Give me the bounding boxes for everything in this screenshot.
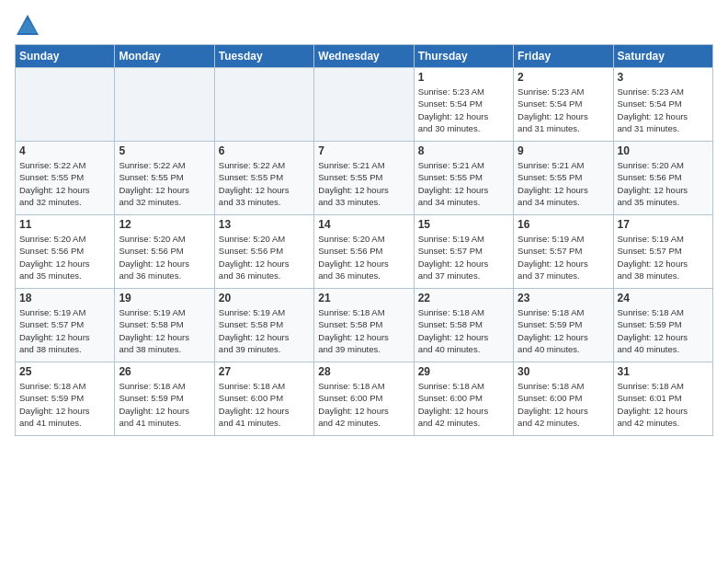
calendar-cell: 12Sunrise: 5:20 AM Sunset: 5:56 PM Dayli… — [115, 215, 214, 289]
day-number: 29 — [418, 365, 509, 378]
day-number: 16 — [518, 218, 609, 231]
calendar-cell: 11Sunrise: 5:20 AM Sunset: 5:56 PM Dayli… — [16, 215, 115, 289]
day-info: Sunrise: 5:22 AM Sunset: 5:55 PM Dayligh… — [19, 159, 110, 208]
day-info: Sunrise: 5:19 AM Sunset: 5:57 PM Dayligh… — [19, 306, 110, 355]
day-info: Sunrise: 5:19 AM Sunset: 5:57 PM Dayligh… — [518, 233, 609, 282]
day-number: 20 — [219, 292, 310, 304]
day-number: 28 — [318, 365, 409, 378]
day-number: 7 — [318, 144, 409, 157]
calendar-cell: 6Sunrise: 5:22 AM Sunset: 5:55 PM Daylig… — [214, 142, 313, 215]
day-number: 18 — [19, 292, 110, 304]
day-info: Sunrise: 5:19 AM Sunset: 5:57 PM Dayligh… — [618, 233, 709, 282]
calendar-cell: 7Sunrise: 5:21 AM Sunset: 5:55 PM Daylig… — [314, 142, 414, 215]
calendar-cell: 15Sunrise: 5:19 AM Sunset: 5:57 PM Dayli… — [414, 215, 513, 289]
calendar-cell: 30Sunrise: 5:18 AM Sunset: 6:00 PM Dayli… — [514, 362, 613, 436]
weekday-header-sunday: Sunday — [16, 45, 115, 68]
weekday-header-tuesday: Tuesday — [214, 45, 313, 68]
day-number: 3 — [618, 71, 709, 84]
day-info: Sunrise: 5:21 AM Sunset: 5:55 PM Dayligh… — [418, 159, 509, 208]
day-info: Sunrise: 5:18 AM Sunset: 5:58 PM Dayligh… — [318, 306, 409, 355]
calendar-cell: 22Sunrise: 5:18 AM Sunset: 5:58 PM Dayli… — [414, 289, 513, 362]
calendar-cell: 31Sunrise: 5:18 AM Sunset: 6:01 PM Dayli… — [613, 362, 712, 436]
day-number: 22 — [418, 292, 509, 304]
day-info: Sunrise: 5:18 AM Sunset: 6:00 PM Dayligh… — [318, 380, 409, 429]
calendar-cell: 26Sunrise: 5:18 AM Sunset: 5:59 PM Dayli… — [115, 362, 214, 436]
day-info: Sunrise: 5:20 AM Sunset: 5:56 PM Dayligh… — [318, 233, 409, 282]
day-number: 5 — [119, 144, 210, 157]
calendar-cell: 16Sunrise: 5:19 AM Sunset: 5:57 PM Dayli… — [514, 215, 613, 289]
calendar-cell: 27Sunrise: 5:18 AM Sunset: 6:00 PM Dayli… — [214, 362, 313, 436]
day-number: 15 — [418, 218, 509, 231]
svg-marker-1 — [18, 18, 37, 33]
week-row-1: 1Sunrise: 5:23 AM Sunset: 5:54 PM Daylig… — [16, 68, 713, 142]
day-info: Sunrise: 5:19 AM Sunset: 5:58 PM Dayligh… — [119, 306, 210, 355]
week-row-3: 11Sunrise: 5:20 AM Sunset: 5:56 PM Dayli… — [16, 215, 713, 289]
day-number: 24 — [618, 292, 709, 304]
day-info: Sunrise: 5:18 AM Sunset: 5:58 PM Dayligh… — [418, 306, 509, 355]
day-info: Sunrise: 5:18 AM Sunset: 5:59 PM Dayligh… — [518, 306, 609, 355]
day-number: 4 — [19, 144, 110, 157]
calendar-table: SundayMondayTuesdayWednesdayThursdayFrid… — [15, 44, 713, 436]
day-info: Sunrise: 5:21 AM Sunset: 5:55 PM Dayligh… — [518, 159, 609, 208]
weekday-header-saturday: Saturday — [613, 45, 712, 68]
day-number: 30 — [518, 365, 609, 378]
weekday-header-row: SundayMondayTuesdayWednesdayThursdayFrid… — [16, 45, 713, 68]
calendar-cell: 4Sunrise: 5:22 AM Sunset: 5:55 PM Daylig… — [16, 142, 115, 215]
day-info: Sunrise: 5:18 AM Sunset: 6:00 PM Dayligh… — [219, 380, 310, 429]
day-info: Sunrise: 5:18 AM Sunset: 6:00 PM Dayligh… — [518, 380, 609, 429]
day-number: 2 — [518, 71, 609, 84]
weekday-header-wednesday: Wednesday — [314, 45, 414, 68]
day-number: 13 — [219, 218, 310, 231]
calendar-cell: 10Sunrise: 5:20 AM Sunset: 5:56 PM Dayli… — [613, 142, 712, 215]
day-info: Sunrise: 5:23 AM Sunset: 5:54 PM Dayligh… — [618, 86, 709, 134]
calendar-cell: 20Sunrise: 5:19 AM Sunset: 5:58 PM Dayli… — [214, 289, 313, 362]
day-number: 26 — [119, 365, 210, 378]
calendar-cell: 1Sunrise: 5:23 AM Sunset: 5:54 PM Daylig… — [414, 68, 513, 142]
day-info: Sunrise: 5:20 AM Sunset: 5:56 PM Dayligh… — [618, 159, 709, 208]
calendar-cell: 2Sunrise: 5:23 AM Sunset: 5:54 PM Daylig… — [514, 68, 613, 142]
day-number: 19 — [119, 292, 210, 304]
calendar-cell: 5Sunrise: 5:22 AM Sunset: 5:55 PM Daylig… — [115, 142, 214, 215]
day-number: 17 — [618, 218, 709, 231]
day-info: Sunrise: 5:21 AM Sunset: 5:55 PM Dayligh… — [318, 159, 409, 208]
day-number: 1 — [418, 71, 509, 84]
calendar-cell: 23Sunrise: 5:18 AM Sunset: 5:59 PM Dayli… — [514, 289, 613, 362]
weekday-header-friday: Friday — [514, 45, 613, 68]
day-number: 8 — [418, 144, 509, 157]
header — [15, 9, 713, 39]
calendar-cell: 19Sunrise: 5:19 AM Sunset: 5:58 PM Dayli… — [115, 289, 214, 362]
calendar-cell: 17Sunrise: 5:19 AM Sunset: 5:57 PM Dayli… — [613, 215, 712, 289]
calendar-cell — [314, 68, 414, 142]
day-info: Sunrise: 5:18 AM Sunset: 5:59 PM Dayligh… — [119, 380, 210, 429]
day-info: Sunrise: 5:22 AM Sunset: 5:55 PM Dayligh… — [119, 159, 210, 208]
day-number: 6 — [219, 144, 310, 157]
day-info: Sunrise: 5:20 AM Sunset: 5:56 PM Dayligh… — [19, 233, 110, 282]
day-info: Sunrise: 5:23 AM Sunset: 5:54 PM Dayligh… — [518, 86, 609, 134]
week-row-2: 4Sunrise: 5:22 AM Sunset: 5:55 PM Daylig… — [16, 142, 713, 215]
calendar-cell: 29Sunrise: 5:18 AM Sunset: 6:00 PM Dayli… — [414, 362, 513, 436]
day-number: 9 — [518, 144, 609, 157]
weekday-header-thursday: Thursday — [414, 45, 513, 68]
week-row-5: 25Sunrise: 5:18 AM Sunset: 5:59 PM Dayli… — [16, 362, 713, 436]
day-info: Sunrise: 5:20 AM Sunset: 5:56 PM Dayligh… — [119, 233, 210, 282]
day-number: 12 — [119, 218, 210, 231]
day-info: Sunrise: 5:18 AM Sunset: 5:59 PM Dayligh… — [618, 306, 709, 355]
calendar-cell: 3Sunrise: 5:23 AM Sunset: 5:54 PM Daylig… — [613, 68, 712, 142]
calendar-cell: 9Sunrise: 5:21 AM Sunset: 5:55 PM Daylig… — [514, 142, 613, 215]
logo-icon — [15, 13, 40, 39]
calendar-cell: 8Sunrise: 5:21 AM Sunset: 5:55 PM Daylig… — [414, 142, 513, 215]
day-info: Sunrise: 5:19 AM Sunset: 5:58 PM Dayligh… — [219, 306, 310, 355]
day-info: Sunrise: 5:19 AM Sunset: 5:57 PM Dayligh… — [418, 233, 509, 282]
day-number: 23 — [518, 292, 609, 304]
day-info: Sunrise: 5:20 AM Sunset: 5:56 PM Dayligh… — [219, 233, 310, 282]
day-number: 31 — [618, 365, 709, 378]
day-info: Sunrise: 5:18 AM Sunset: 6:01 PM Dayligh… — [618, 380, 709, 429]
day-info: Sunrise: 5:23 AM Sunset: 5:54 PM Dayligh… — [418, 86, 509, 134]
day-number: 27 — [219, 365, 310, 378]
calendar-cell: 24Sunrise: 5:18 AM Sunset: 5:59 PM Dayli… — [613, 289, 712, 362]
day-number: 21 — [318, 292, 409, 304]
calendar-cell: 28Sunrise: 5:18 AM Sunset: 6:00 PM Dayli… — [314, 362, 414, 436]
page: SundayMondayTuesdayWednesdayThursdayFrid… — [0, 0, 728, 563]
day-number: 25 — [19, 365, 110, 378]
calendar-cell — [115, 68, 214, 142]
